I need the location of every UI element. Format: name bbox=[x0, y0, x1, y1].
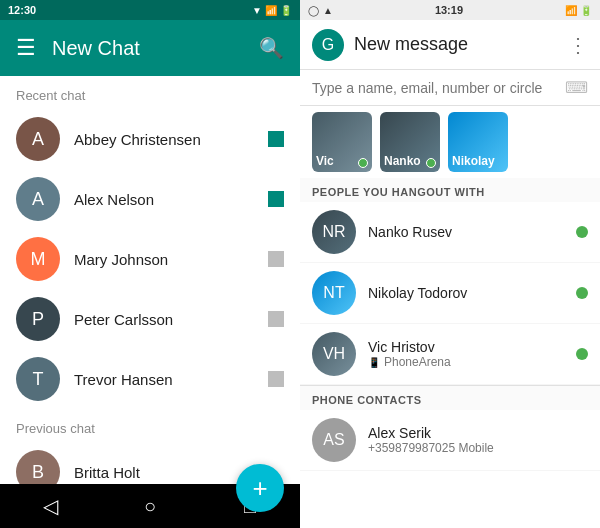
avatar-trevor: T bbox=[16, 357, 60, 401]
contact-name-peter: Peter Carlsson bbox=[74, 311, 268, 328]
people-item-alex-serik[interactable]: AS Alex Serik +359879987025 Mobile bbox=[300, 410, 600, 471]
home-button[interactable]: ○ bbox=[120, 484, 180, 528]
contact-item-alex[interactable]: A Alex Nelson bbox=[0, 169, 300, 229]
contact-item-abbey[interactable]: A Abbey Christensen bbox=[0, 109, 300, 169]
people-sub-vic: 📱 PhoneArena bbox=[368, 355, 576, 369]
people-name-vic: Vic Hristov bbox=[368, 339, 576, 355]
chip-label-nikolay: Nikolay bbox=[452, 154, 495, 168]
more-options-icon[interactable]: ⋮ bbox=[568, 33, 588, 57]
people-info-nanko: Nanko Rusev bbox=[368, 224, 576, 240]
avatar-alex-serik: AS bbox=[312, 418, 356, 462]
msg-indicator-mary bbox=[268, 251, 284, 267]
people-section-header: PEOPLE YOU HANGOUT WITH bbox=[300, 178, 600, 202]
people-sub-alex-serik: +359879987025 Mobile bbox=[368, 441, 588, 455]
avatar-nikolay-todorov: NT bbox=[312, 271, 356, 315]
contact-item-mary[interactable]: M Mary Johnson bbox=[0, 229, 300, 289]
people-name-nikolay: Nikolay Todorov bbox=[368, 285, 576, 301]
right-status-icons-right: 📶🔋 bbox=[565, 5, 592, 16]
contact-name-abbey: Abbey Christensen bbox=[74, 131, 268, 148]
people-phone-alex-serik: +359879987025 Mobile bbox=[368, 441, 494, 455]
msg-indicator-alex bbox=[268, 191, 284, 207]
people-item-nikolay[interactable]: NT Nikolay Todorov bbox=[300, 263, 600, 324]
online-dot-vic bbox=[576, 348, 588, 360]
left-time: 12:30 bbox=[8, 4, 36, 16]
chip-avatar-vic: Vic bbox=[312, 112, 372, 172]
people-info-nikolay: Nikolay Todorov bbox=[368, 285, 576, 301]
online-dot-nikolay bbox=[576, 287, 588, 299]
hangouts-icon: G bbox=[312, 29, 344, 61]
avatar-britta: B bbox=[16, 450, 60, 484]
avatar-alex: A bbox=[16, 177, 60, 221]
msg-indicator-trevor bbox=[268, 371, 284, 387]
contact-item-peter[interactable]: P Peter Carlsson bbox=[0, 289, 300, 349]
right-status-icons-left: ◯▲ bbox=[308, 5, 333, 16]
recipient-chip-nanko[interactable]: Nanko bbox=[380, 112, 440, 172]
contact-name-trevor: Trevor Hansen bbox=[74, 371, 268, 388]
msg-indicator-peter bbox=[268, 311, 284, 327]
vic-online-dot bbox=[358, 158, 368, 168]
avatar-peter: P bbox=[16, 297, 60, 341]
left-header-title: New Chat bbox=[52, 37, 259, 60]
people-name-alex-serik: Alex Serik bbox=[368, 425, 588, 441]
people-list: NR Nanko Rusev NT Nikolay Todorov VH Vic… bbox=[300, 202, 600, 528]
search-icon[interactable]: 🔍 bbox=[259, 36, 284, 60]
right-panel: ◯▲ 13:19 📶🔋 G New message ⋮ ⌨ Vic bbox=[300, 0, 600, 528]
svg-text:G: G bbox=[322, 36, 334, 53]
right-header: G New message ⋮ bbox=[300, 20, 600, 70]
fab-button[interactable]: + bbox=[236, 464, 284, 512]
people-info-alex-serik: Alex Serik +359879987025 Mobile bbox=[368, 425, 588, 455]
recipient-chip-nikolay[interactable]: Nikolay bbox=[448, 112, 508, 172]
people-name-nanko: Nanko Rusev bbox=[368, 224, 576, 240]
contact-name-mary: Mary Johnson bbox=[74, 251, 268, 268]
nanko-online-dot bbox=[426, 158, 436, 168]
left-status-icons: ▼📶🔋 bbox=[252, 5, 292, 16]
phone-arena-icon: 📱 bbox=[368, 357, 380, 368]
search-input[interactable] bbox=[312, 80, 565, 96]
left-header: ☰ New Chat 🔍 bbox=[0, 20, 300, 76]
recipient-chip-vic[interactable]: Vic bbox=[312, 112, 372, 172]
hamburger-icon[interactable]: ☰ bbox=[16, 35, 36, 61]
avatar-abbey: A bbox=[16, 117, 60, 161]
people-sub-vic-text: PhoneArena bbox=[384, 355, 451, 369]
back-button[interactable]: ◁ bbox=[20, 484, 80, 528]
contact-item-trevor[interactable]: T Trevor Hansen bbox=[0, 349, 300, 409]
msg-indicator-abbey bbox=[268, 131, 284, 147]
people-item-nanko[interactable]: NR Nanko Rusev bbox=[300, 202, 600, 263]
recipient-row: Vic Nanko Nikolay bbox=[300, 106, 600, 178]
right-header-title: New message bbox=[354, 34, 568, 55]
recent-chat-label: Recent chat bbox=[0, 76, 300, 109]
status-bar-left: 12:30 ▼📶🔋 bbox=[0, 0, 300, 20]
avatar-mary: M bbox=[16, 237, 60, 281]
chip-avatar-nanko: Nanko bbox=[380, 112, 440, 172]
status-bar-right: ◯▲ 13:19 📶🔋 bbox=[300, 0, 600, 20]
avatar-vic-hristov: VH bbox=[312, 332, 356, 376]
avatar-nanko-rusev: NR bbox=[312, 210, 356, 254]
left-panel: 12:30 ▼📶🔋 ☰ New Chat 🔍 Recent chat A Abb… bbox=[0, 0, 300, 528]
search-bar[interactable]: ⌨ bbox=[300, 70, 600, 106]
chip-avatar-nikolay: Nikolay bbox=[448, 112, 508, 172]
chip-label-nanko: Nanko bbox=[384, 154, 421, 168]
people-item-vic[interactable]: VH Vic Hristov 📱 PhoneArena bbox=[300, 324, 600, 385]
people-info-vic: Vic Hristov 📱 PhoneArena bbox=[368, 339, 576, 369]
online-dot-nanko bbox=[576, 226, 588, 238]
contact-name-alex: Alex Nelson bbox=[74, 191, 268, 208]
phone-contacts-header: PHONE CONTACTS bbox=[300, 385, 600, 410]
previous-chat-label: Previous chat bbox=[0, 409, 300, 442]
keyboard-icon: ⌨ bbox=[565, 78, 588, 97]
right-time: 13:19 bbox=[435, 4, 463, 16]
chip-label-vic: Vic bbox=[316, 154, 334, 168]
contact-list: Recent chat A Abbey Christensen A Alex N… bbox=[0, 76, 300, 484]
